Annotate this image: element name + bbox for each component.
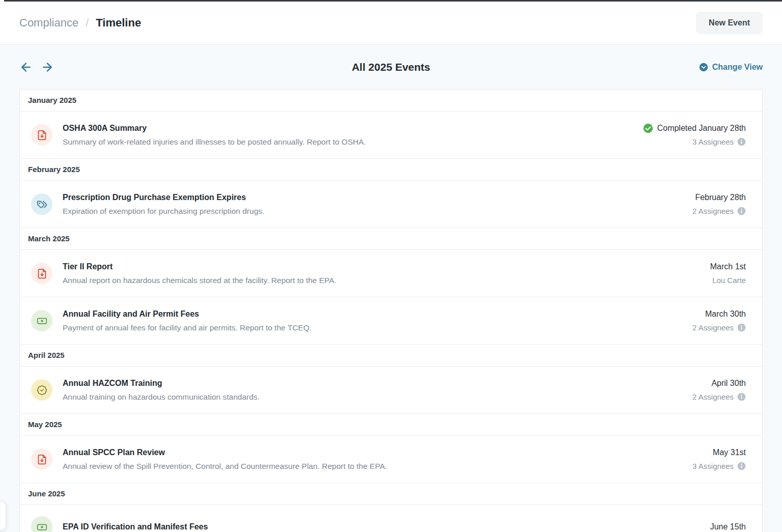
new-event-button[interactable]: New Event — [696, 12, 763, 34]
arrow-left-icon[interactable] — [19, 61, 33, 74]
event-assignees: 2 Assignees — [692, 322, 746, 333]
info-icon[interactable] — [737, 207, 746, 215]
event-text: EPA ID Verification and Manifest Fees — [63, 521, 700, 532]
event-date: March 1st — [710, 261, 746, 272]
event-title: Annual Facility and Air Permit Fees — [63, 309, 682, 320]
event-date: February 28th — [692, 192, 746, 203]
event-assignees-label: 2 Assignees — [692, 391, 734, 402]
event-text: OSHA 300A SummarySummary of work-related… — [63, 123, 633, 147]
file-download-icon — [31, 124, 52, 146]
event-date-label: May 31st — [713, 447, 746, 458]
event-assignees-label: 2 Assignees — [692, 206, 734, 216]
change-view-button[interactable]: Change View — [699, 63, 763, 72]
tags-icon — [31, 193, 52, 215]
edge-widget-handle[interactable] — [0, 501, 6, 530]
completed-check-icon — [643, 123, 653, 133]
timeline-event-row[interactable]: OSHA 300A SummarySummary of work-related… — [20, 111, 762, 159]
event-date: March 30th — [692, 309, 746, 320]
banknote-icon — [31, 516, 52, 532]
event-meta: Completed January 28th3 Assignees — [643, 123, 746, 147]
timeline-event-row[interactable]: Prescription Drug Purchase Exemption Exp… — [20, 181, 762, 228]
event-date-label: March 1st — [710, 261, 746, 272]
event-assignees: 3 Assignees — [692, 461, 746, 471]
event-text: Annual Facility and Air Permit FeesPayme… — [63, 309, 682, 333]
chevron-down-circle-icon — [699, 63, 708, 72]
event-date-label: April 30th — [711, 378, 746, 389]
timeline-toolbar: All 2025 Events Change View — [0, 45, 782, 89]
info-icon[interactable] — [737, 462, 746, 470]
event-assignees: 3 Assignees — [643, 136, 746, 147]
breadcrumb-timeline: Timeline — [96, 16, 141, 30]
timeline-card: January 2025OSHA 300A SummarySummary of … — [19, 89, 763, 532]
page-header: Compliance / Timeline New Event — [0, 2, 782, 45]
event-date-label: June 15th — [710, 521, 746, 532]
event-title: OSHA 300A Summary — [63, 123, 633, 134]
event-description: Annual training on hazardous communicati… — [63, 391, 682, 402]
timeline-event-row[interactable]: Annual HAZCOM TrainingAnnual training on… — [20, 367, 762, 414]
breadcrumb-compliance[interactable]: Compliance — [19, 16, 78, 30]
info-icon[interactable] — [737, 393, 746, 401]
banknote-icon — [31, 310, 52, 331]
event-description: Annual report on hazardous chemicals sto… — [63, 275, 700, 286]
month-header: May 2025 — [20, 414, 762, 436]
event-text: Tier II ReportAnnual report on hazardous… — [63, 261, 700, 286]
month-header: April 2025 — [20, 345, 762, 367]
info-icon[interactable] — [737, 137, 746, 146]
info-icon[interactable] — [737, 323, 746, 332]
change-view-label: Change View — [712, 63, 763, 72]
event-date: June 15th — [710, 521, 746, 532]
event-title: Annual HAZCOM Training — [63, 378, 682, 389]
event-date-label: February 28th — [695, 192, 746, 203]
event-assignees-label: Lou Carte — [712, 275, 746, 286]
event-date: Completed January 28th — [643, 123, 746, 134]
event-assignees-label: 3 Assignees — [692, 461, 734, 471]
file-download-icon — [31, 263, 52, 284]
event-assignees: 2 Assignees — [692, 391, 746, 402]
breadcrumb: Compliance / Timeline — [19, 16, 141, 30]
event-assignees-label: 3 Assignees — [692, 136, 734, 147]
event-date: May 31st — [692, 447, 746, 458]
month-header: March 2025 — [20, 228, 762, 250]
month-header: January 2025 — [20, 90, 762, 111]
event-meta: April 30th2 Assignees — [692, 378, 746, 402]
month-label: January 2025 — [28, 96, 76, 104]
event-meta: May 31st3 Assignees — [692, 447, 746, 471]
event-description: Summary of work-related injuries and ill… — [63, 136, 633, 147]
timeline-event-row[interactable]: Tier II ReportAnnual report on hazardous… — [20, 250, 762, 297]
event-description: Payment of annual fees for facility and … — [63, 322, 682, 333]
event-title: EPA ID Verification and Manifest Fees — [63, 521, 700, 532]
arrow-right-icon[interactable] — [41, 61, 54, 74]
event-meta: February 28th2 Assignees — [692, 192, 746, 216]
event-meta: March 1stLou Carte — [710, 261, 746, 286]
month-label: May 2025 — [28, 420, 62, 429]
month-label: June 2025 — [28, 489, 65, 498]
event-title: Prescription Drug Purchase Exemption Exp… — [63, 192, 682, 203]
month-label: February 2025 — [28, 165, 80, 174]
event-meta: March 30th2 Assignees — [692, 309, 746, 333]
timeline-event-row[interactable]: EPA ID Verification and Manifest FeesJun… — [20, 505, 762, 532]
event-assignees: 2 Assignees — [692, 206, 746, 216]
event-text: Annual HAZCOM TrainingAnnual training on… — [63, 378, 682, 402]
event-title: Tier II Report — [63, 261, 700, 272]
event-date: April 30th — [692, 378, 746, 389]
month-header: June 2025 — [20, 483, 762, 505]
event-meta: June 15th — [710, 521, 746, 532]
event-text: Annual SPCC Plan ReviewAnnual review of … — [63, 447, 682, 471]
file-download-icon — [31, 449, 52, 470]
badge-check-icon — [31, 379, 52, 401]
timeline-event-row[interactable]: Annual Facility and Air Permit FeesPayme… — [20, 297, 762, 345]
page-title: All 2025 Events — [0, 61, 782, 73]
event-description: Expiration of exemption for purchasing p… — [63, 206, 682, 216]
timeline-nav — [19, 61, 54, 74]
timeline-event-row[interactable]: Annual SPCC Plan ReviewAnnual review of … — [20, 436, 762, 483]
content-area: All 2025 Events Change View January 2025… — [0, 45, 782, 532]
breadcrumb-separator: / — [86, 16, 89, 30]
event-text: Prescription Drug Purchase Exemption Exp… — [63, 192, 682, 216]
event-assignees: Lou Carte — [710, 275, 746, 286]
event-date-label: March 30th — [705, 309, 746, 320]
month-label: April 2025 — [28, 351, 65, 359]
month-label: March 2025 — [28, 234, 70, 243]
month-header: February 2025 — [20, 159, 762, 181]
event-date-label: Completed January 28th — [657, 123, 746, 134]
event-title: Annual SPCC Plan Review — [63, 447, 682, 458]
